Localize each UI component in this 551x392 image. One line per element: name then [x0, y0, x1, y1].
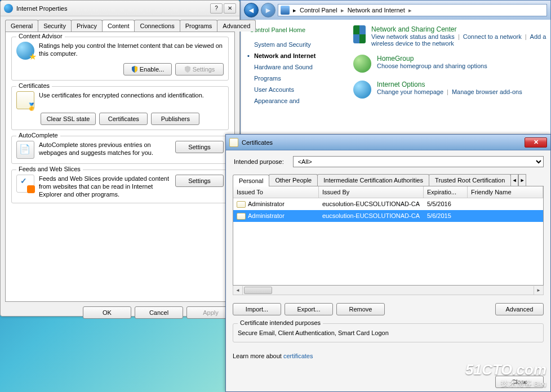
remove-button[interactable]: Remove	[336, 303, 385, 315]
autocomplete-group: AutoComplete AutoComplete stores previou…	[11, 136, 229, 164]
ok-button[interactable]: OK	[83, 306, 131, 319]
category-link[interactable]: View network status and tasks	[371, 33, 455, 40]
feeds-settings-button[interactable]: Settings	[175, 175, 224, 187]
advanced-button[interactable]: Advanced	[495, 303, 544, 315]
col-issued-to[interactable]: Issued To	[233, 186, 319, 198]
ac-settings-button[interactable]: Settings	[175, 141, 224, 153]
cp-home-link[interactable]: Control Panel Home	[250, 26, 344, 33]
cert-list-header[interactable]: Issued To Issued By Expiratio... Friendl…	[233, 186, 543, 198]
col-issued-by[interactable]: Issued By	[319, 186, 424, 198]
group-legend: Certificates	[16, 82, 52, 89]
close-button[interactable]: ✕	[525, 137, 547, 148]
cert-list: Issued To Issued By Expiratio... Friendl…	[233, 186, 544, 286]
globe-star-icon	[16, 42, 34, 60]
cp-category: HomeGroupChoose homegroup and sharing op…	[353, 55, 550, 73]
import-button[interactable]: Import...	[233, 303, 281, 315]
sidebar-item[interactable]: User Accounts	[250, 84, 344, 95]
scroll-right-icon[interactable]: ►	[534, 286, 543, 295]
autocomplete-icon	[16, 141, 34, 159]
cert-row[interactable]: Administratoreucsolution-EUCSOLUTIONAD-C…	[233, 198, 543, 210]
internet-properties-dialog: Internet Properties ? ✕ GeneralSecurityP…	[0, 0, 240, 317]
category-title[interactable]: Internet Options	[377, 81, 522, 88]
content-tab-panel: Content Advisor Ratings help you control…	[5, 32, 235, 302]
cert-tab[interactable]: Other People	[269, 174, 318, 186]
enable-button[interactable]: Enable...	[123, 63, 172, 75]
sidebar-item[interactable]: System and Security	[250, 39, 344, 50]
sidebar-item[interactable]: Network and Internet	[250, 50, 344, 61]
cancel-button[interactable]: Cancel	[135, 306, 183, 319]
cert-tab[interactable]: Trusted Root Certification	[429, 174, 511, 186]
nav-forward-button[interactable]: ►	[261, 3, 276, 17]
tab-content[interactable]: Content	[102, 20, 135, 32]
cert-close-button[interactable]: Close	[495, 376, 544, 388]
address-bar[interactable]: ▸ Control Panel ▸ Network and Internet ▸	[278, 4, 547, 16]
help-button[interactable]: ?	[210, 3, 223, 14]
control-panel-window: ◄ ► ▸ Control Panel ▸ Network and Intern…	[240, 0, 551, 141]
tab-scroll-arrow[interactable]: ◄	[510, 174, 518, 186]
cp-sidebar: Control Panel Home System and SecurityNe…	[241, 20, 353, 140]
certificate-icon	[16, 91, 34, 109]
content-advisor-text: Ratings help you control the Internet co…	[39, 42, 224, 60]
cert-title: Certificates	[242, 139, 525, 146]
sidebar-item[interactable]: Hardware and Sound	[250, 61, 344, 73]
category-link[interactable]: Connect to a network	[463, 33, 522, 40]
clear-ssl-button[interactable]: Clear SSL state	[41, 113, 96, 125]
tab-programs[interactable]: Programs	[180, 20, 218, 32]
ip-titlebar[interactable]: Internet Properties ? ✕	[1, 1, 239, 16]
ip-title: Internet Properties	[16, 5, 209, 12]
intended-purpose-label: Intended purpose:	[233, 158, 284, 165]
close-button[interactable]: ✕	[224, 3, 236, 14]
nav-back-button[interactable]: ◄	[244, 3, 259, 17]
crumb-control-panel[interactable]: Control Panel	[300, 7, 337, 14]
certificates-button[interactable]: Certificates	[99, 113, 148, 125]
tab-general[interactable]: General	[5, 20, 38, 32]
category-title[interactable]: HomeGroup	[377, 55, 487, 63]
cert-row-icon	[237, 201, 246, 208]
publishers-button[interactable]: Publishers	[151, 113, 199, 125]
category-icon	[353, 81, 371, 99]
certificates-text: Use certificates for encrypted connectio…	[39, 91, 224, 109]
ca-settings-button: Settings	[175, 63, 224, 75]
sidebar-item[interactable]: Programs	[250, 73, 344, 84]
internet-icon	[4, 4, 13, 13]
export-button[interactable]: Export...	[285, 303, 333, 315]
ip-tabstrip: GeneralSecurityPrivacyContentConnections…	[1, 16, 239, 32]
category-icon	[353, 55, 371, 73]
cert-tabstrip: PersonalOther PeopleIntermediate Certifi…	[233, 174, 544, 186]
cert-tab[interactable]: Personal	[233, 175, 269, 186]
cert-row[interactable]: Administratoreucsolution-EUCSOLUTIONAD-C…	[233, 210, 543, 222]
crumb-network[interactable]: Network and Internet	[348, 7, 405, 14]
tab-privacy[interactable]: Privacy	[71, 20, 103, 32]
control-panel-icon	[281, 6, 290, 15]
cert-titlebar[interactable]: Certificates ✕	[226, 135, 550, 150]
cp-category: Network and Sharing CenterView network s…	[353, 25, 550, 47]
group-legend: Content Advisor	[16, 33, 65, 39]
horizontal-scrollbar[interactable]: ◄ ►	[233, 286, 544, 295]
scroll-thumb[interactable]	[244, 287, 272, 294]
certificate-icon	[229, 138, 238, 147]
feeds-group: Feeds and Web Slices Feeds and Web Slice…	[11, 170, 229, 203]
category-link[interactable]: Choose homegroup and sharing options	[377, 63, 487, 69]
category-link[interactable]: Manage browser add-ons	[452, 88, 522, 95]
certificates-group: Certificates Use certificates for encryp…	[11, 86, 229, 130]
intended-purpose-select[interactable]: <All>	[293, 156, 544, 167]
cert-row-icon	[237, 213, 246, 220]
tab-advanced[interactable]: Advanced	[217, 20, 256, 32]
learn-more-link[interactable]: certificates	[283, 353, 313, 359]
cp-nav-bar: ◄ ► ▸ Control Panel ▸ Network and Intern…	[241, 1, 550, 20]
sidebar-item[interactable]: Appearance and	[250, 95, 344, 106]
scroll-left-icon[interactable]: ◄	[233, 286, 243, 295]
category-title[interactable]: Network and Sharing Center	[371, 25, 550, 33]
category-link[interactable]: Change your homepage	[377, 88, 443, 95]
tab-security[interactable]: Security	[38, 20, 72, 32]
tab-scroll-arrow[interactable]: ►	[518, 174, 526, 186]
cert-intended-purposes-group: Certificate intended purposes Secure Ema…	[233, 323, 544, 342]
cp-category: Internet OptionsChange your homepage|Man…	[353, 81, 550, 99]
col-friendly-name[interactable]: Friendly Name	[468, 186, 543, 198]
content-advisor-group: Content Advisor Ratings help you control…	[11, 37, 229, 81]
tab-connections[interactable]: Connections	[134, 20, 180, 32]
cert-tab[interactable]: Intermediate Certification Authorities	[317, 174, 429, 186]
certificates-dialog: Certificates ✕ Intended purpose: <All> P…	[225, 134, 551, 392]
category-icon	[353, 25, 366, 43]
col-expiration[interactable]: Expiratio...	[424, 186, 468, 198]
